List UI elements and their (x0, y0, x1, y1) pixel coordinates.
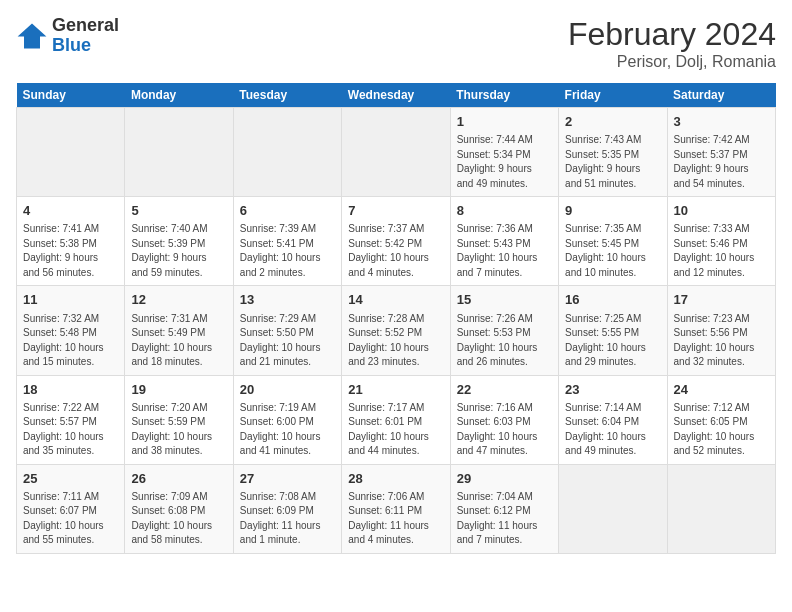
week-row-3: 11Sunrise: 7:32 AM Sunset: 5:48 PM Dayli… (17, 286, 776, 375)
svg-marker-0 (18, 23, 47, 48)
day-info: Sunrise: 7:33 AM Sunset: 5:46 PM Dayligh… (674, 222, 769, 280)
day-info: Sunrise: 7:16 AM Sunset: 6:03 PM Dayligh… (457, 401, 552, 459)
day-cell: 19Sunrise: 7:20 AM Sunset: 5:59 PM Dayli… (125, 375, 233, 464)
day-cell: 17Sunrise: 7:23 AM Sunset: 5:56 PM Dayli… (667, 286, 775, 375)
page-header: General Blue February 2024 Perisor, Dolj… (16, 16, 776, 71)
day-info: Sunrise: 7:22 AM Sunset: 5:57 PM Dayligh… (23, 401, 118, 459)
day-info: Sunrise: 7:42 AM Sunset: 5:37 PM Dayligh… (674, 133, 769, 191)
day-cell: 6Sunrise: 7:39 AM Sunset: 5:41 PM Daylig… (233, 197, 341, 286)
day-cell: 3Sunrise: 7:42 AM Sunset: 5:37 PM Daylig… (667, 108, 775, 197)
day-info: Sunrise: 7:11 AM Sunset: 6:07 PM Dayligh… (23, 490, 118, 548)
day-info: Sunrise: 7:25 AM Sunset: 5:55 PM Dayligh… (565, 312, 660, 370)
day-number: 29 (457, 470, 552, 488)
day-cell: 28Sunrise: 7:06 AM Sunset: 6:11 PM Dayli… (342, 464, 450, 553)
day-cell: 27Sunrise: 7:08 AM Sunset: 6:09 PM Dayli… (233, 464, 341, 553)
day-number: 27 (240, 470, 335, 488)
column-header-tuesday: Tuesday (233, 83, 341, 108)
day-info: Sunrise: 7:31 AM Sunset: 5:49 PM Dayligh… (131, 312, 226, 370)
week-row-1: 1Sunrise: 7:44 AM Sunset: 5:34 PM Daylig… (17, 108, 776, 197)
day-cell: 23Sunrise: 7:14 AM Sunset: 6:04 PM Dayli… (559, 375, 667, 464)
day-info: Sunrise: 7:32 AM Sunset: 5:48 PM Dayligh… (23, 312, 118, 370)
day-number: 17 (674, 291, 769, 309)
day-number: 21 (348, 381, 443, 399)
logo: General Blue (16, 16, 119, 56)
day-number: 16 (565, 291, 660, 309)
day-number: 3 (674, 113, 769, 131)
calendar-header: SundayMondayTuesdayWednesdayThursdayFrid… (17, 83, 776, 108)
day-info: Sunrise: 7:06 AM Sunset: 6:11 PM Dayligh… (348, 490, 443, 548)
day-cell (559, 464, 667, 553)
day-info: Sunrise: 7:28 AM Sunset: 5:52 PM Dayligh… (348, 312, 443, 370)
day-cell: 14Sunrise: 7:28 AM Sunset: 5:52 PM Dayli… (342, 286, 450, 375)
day-cell (667, 464, 775, 553)
day-info: Sunrise: 7:35 AM Sunset: 5:45 PM Dayligh… (565, 222, 660, 280)
day-cell: 21Sunrise: 7:17 AM Sunset: 6:01 PM Dayli… (342, 375, 450, 464)
day-number: 5 (131, 202, 226, 220)
day-number: 10 (674, 202, 769, 220)
day-number: 9 (565, 202, 660, 220)
day-cell: 15Sunrise: 7:26 AM Sunset: 5:53 PM Dayli… (450, 286, 558, 375)
day-cell: 9Sunrise: 7:35 AM Sunset: 5:45 PM Daylig… (559, 197, 667, 286)
day-number: 7 (348, 202, 443, 220)
day-number: 22 (457, 381, 552, 399)
day-number: 19 (131, 381, 226, 399)
day-cell: 12Sunrise: 7:31 AM Sunset: 5:49 PM Dayli… (125, 286, 233, 375)
column-header-friday: Friday (559, 83, 667, 108)
day-cell: 10Sunrise: 7:33 AM Sunset: 5:46 PM Dayli… (667, 197, 775, 286)
day-cell (125, 108, 233, 197)
day-info: Sunrise: 7:09 AM Sunset: 6:08 PM Dayligh… (131, 490, 226, 548)
day-info: Sunrise: 7:12 AM Sunset: 6:05 PM Dayligh… (674, 401, 769, 459)
day-info: Sunrise: 7:44 AM Sunset: 5:34 PM Dayligh… (457, 133, 552, 191)
column-header-wednesday: Wednesday (342, 83, 450, 108)
column-header-monday: Monday (125, 83, 233, 108)
day-cell: 20Sunrise: 7:19 AM Sunset: 6:00 PM Dayli… (233, 375, 341, 464)
day-info: Sunrise: 7:29 AM Sunset: 5:50 PM Dayligh… (240, 312, 335, 370)
day-number: 18 (23, 381, 118, 399)
day-cell: 7Sunrise: 7:37 AM Sunset: 5:42 PM Daylig… (342, 197, 450, 286)
day-number: 26 (131, 470, 226, 488)
day-number: 13 (240, 291, 335, 309)
day-number: 4 (23, 202, 118, 220)
day-cell: 8Sunrise: 7:36 AM Sunset: 5:43 PM Daylig… (450, 197, 558, 286)
day-number: 12 (131, 291, 226, 309)
day-cell: 11Sunrise: 7:32 AM Sunset: 5:48 PM Dayli… (17, 286, 125, 375)
day-info: Sunrise: 7:19 AM Sunset: 6:00 PM Dayligh… (240, 401, 335, 459)
day-info: Sunrise: 7:37 AM Sunset: 5:42 PM Dayligh… (348, 222, 443, 280)
day-number: 24 (674, 381, 769, 399)
day-cell (17, 108, 125, 197)
day-info: Sunrise: 7:04 AM Sunset: 6:12 PM Dayligh… (457, 490, 552, 548)
day-info: Sunrise: 7:20 AM Sunset: 5:59 PM Dayligh… (131, 401, 226, 459)
day-number: 25 (23, 470, 118, 488)
calendar-table: SundayMondayTuesdayWednesdayThursdayFrid… (16, 83, 776, 554)
day-cell (342, 108, 450, 197)
column-header-saturday: Saturday (667, 83, 775, 108)
day-cell: 18Sunrise: 7:22 AM Sunset: 5:57 PM Dayli… (17, 375, 125, 464)
day-number: 1 (457, 113, 552, 131)
column-header-sunday: Sunday (17, 83, 125, 108)
day-number: 20 (240, 381, 335, 399)
day-number: 2 (565, 113, 660, 131)
day-info: Sunrise: 7:14 AM Sunset: 6:04 PM Dayligh… (565, 401, 660, 459)
day-info: Sunrise: 7:17 AM Sunset: 6:01 PM Dayligh… (348, 401, 443, 459)
day-info: Sunrise: 7:41 AM Sunset: 5:38 PM Dayligh… (23, 222, 118, 280)
day-cell: 2Sunrise: 7:43 AM Sunset: 5:35 PM Daylig… (559, 108, 667, 197)
day-number: 14 (348, 291, 443, 309)
week-row-5: 25Sunrise: 7:11 AM Sunset: 6:07 PM Dayli… (17, 464, 776, 553)
logo-icon (16, 22, 48, 50)
day-info: Sunrise: 7:26 AM Sunset: 5:53 PM Dayligh… (457, 312, 552, 370)
title-block: February 2024 Perisor, Dolj, Romania (568, 16, 776, 71)
day-info: Sunrise: 7:40 AM Sunset: 5:39 PM Dayligh… (131, 222, 226, 280)
day-cell: 4Sunrise: 7:41 AM Sunset: 5:38 PM Daylig… (17, 197, 125, 286)
day-info: Sunrise: 7:23 AM Sunset: 5:56 PM Dayligh… (674, 312, 769, 370)
day-number: 28 (348, 470, 443, 488)
day-cell: 13Sunrise: 7:29 AM Sunset: 5:50 PM Dayli… (233, 286, 341, 375)
calendar-title: February 2024 (568, 16, 776, 53)
logo-text: General Blue (52, 16, 119, 56)
day-cell: 1Sunrise: 7:44 AM Sunset: 5:34 PM Daylig… (450, 108, 558, 197)
day-info: Sunrise: 7:39 AM Sunset: 5:41 PM Dayligh… (240, 222, 335, 280)
day-cell: 24Sunrise: 7:12 AM Sunset: 6:05 PM Dayli… (667, 375, 775, 464)
day-number: 23 (565, 381, 660, 399)
day-number: 6 (240, 202, 335, 220)
week-row-2: 4Sunrise: 7:41 AM Sunset: 5:38 PM Daylig… (17, 197, 776, 286)
calendar-subtitle: Perisor, Dolj, Romania (568, 53, 776, 71)
